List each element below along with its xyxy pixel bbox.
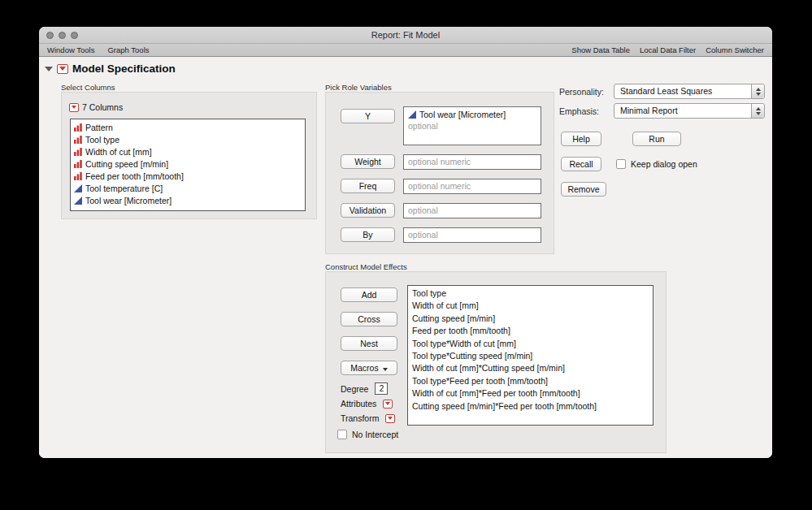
column-list-item[interactable]: Cutting speed [m/min] [71,158,305,170]
column-name: Pattern [85,123,113,132]
column-name: Tool type [85,135,119,145]
red-triangle-icon [59,67,66,71]
graph-tools-menu[interactable]: Graph Tools [107,44,149,56]
cross-button[interactable]: Cross [341,312,397,326]
effect-list-item[interactable]: Width of cut [mm]*Feed per tooth [mm/too… [408,387,653,400]
zoom-window-button[interactable] [71,32,78,39]
effect-list-item[interactable]: Cutting speed [m/min] [408,313,653,325]
continuous-icon [74,197,82,205]
run-button[interactable]: Run [632,132,681,146]
column-list-item[interactable]: Pattern [71,121,305,133]
toolbar-left: Window Tools Graph Tools [47,44,150,56]
effect-list-item[interactable]: Feed per tooth [mm/tooth] [408,325,653,337]
attributes-label: Attributes [341,399,376,408]
column-name: Feed per tooth [mm/tooth] [85,171,184,181]
remove-button[interactable]: Remove [561,182,606,197]
nominal-icon [74,123,82,132]
y-role-button[interactable]: Y [341,109,395,123]
validation-role-button[interactable]: Validation [341,203,395,218]
columns-menu-button[interactable] [69,103,79,112]
stepper-icon[interactable] [751,84,764,98]
continuous-icon [74,184,82,192]
degree-row: Degree 2 [341,382,388,395]
stepper-icon[interactable] [751,104,764,118]
column-name: Width of cut [mm] [85,147,152,157]
emphasis-value: Minimal Report [620,104,678,118]
macros-button[interactable]: Macros [341,361,397,375]
columns-count-row: 7 Columns [69,102,123,112]
effect-list-item[interactable]: Tool type*Cutting speed [m/min] [408,350,653,362]
effect-list-item[interactable]: Tool type*Feed per tooth [mm/tooth] [408,375,653,387]
validation-role-box[interactable]: optional [403,203,541,218]
degree-value-box[interactable]: 2 [375,382,388,395]
disclosure-triangle-icon[interactable] [45,67,53,71]
personality-dropdown[interactable]: Standard Least Squares [614,84,765,99]
effect-list-item[interactable]: Width of cut [mm] [408,300,653,312]
window-tools-menu[interactable]: Window Tools [47,44,94,56]
by-role-box[interactable]: optional [403,227,541,243]
no-intercept-label: No Intercept [352,430,398,439]
columns-listbox: Pattern Tool type Width of cut [mm] Cutt… [70,119,306,211]
chevron-down-icon [383,368,388,371]
effect-list-item[interactable]: Width of cut [mm]*Cutting speed [m/min] [408,362,653,374]
nominal-icon [74,148,82,156]
validation-placeholder: optional [404,204,541,218]
personality-value: Standard Least Squares [620,84,712,98]
y-optional-hint: optional [404,119,541,131]
transform-menu-button[interactable] [385,414,395,423]
nest-button[interactable]: Nest [341,336,397,351]
effect-list-item[interactable]: Tool type*Width of cut [mm] [408,338,653,350]
effects-listbox: Tool type Width of cut [mm] Cutting spee… [407,285,654,426]
by-role-button[interactable]: By [341,227,395,242]
freq-placeholder: optional numeric [404,179,541,193]
column-list-item[interactable]: Width of cut [mm] [71,145,305,158]
columns-count-label: 7 Columns [82,102,123,112]
add-button[interactable]: Add [341,287,397,302]
column-switcher-button[interactable]: Column Switcher [706,44,764,56]
column-list-item[interactable]: Tool type [71,133,305,145]
emphasis-dropdown[interactable]: Minimal Report [614,103,765,119]
pick-roles-panel: Y Tool wear [Micrometer] optional Weight… [325,92,554,254]
column-list-item[interactable]: Tool wear [Micrometer] [71,194,305,206]
personality-label: Personality: [559,87,604,97]
close-window-button[interactable] [46,32,54,39]
page-title: Model Specification [72,63,176,75]
transform-row: Transform [341,413,395,423]
weight-role-button[interactable]: Weight [341,154,395,169]
nominal-icon [74,136,82,144]
local-data-filter-button[interactable]: Local Data Filter [640,44,696,56]
column-list-item[interactable]: Tool temperature [C] [71,182,305,194]
minimize-window-button[interactable] [59,32,66,39]
column-name: Tool wear [Micrometer] [85,196,172,205]
column-name: Tool temperature [C] [85,184,163,193]
model-spec-menu-button[interactable] [57,64,68,74]
weight-placeholder: optional numeric [404,155,541,169]
show-data-table-button[interactable]: Show Data Table [571,44,630,56]
attributes-row: Attributes [341,399,393,408]
window-controls [46,32,78,39]
report-content: Model Specification Select Columns 7 Col… [39,58,772,458]
column-list-item[interactable]: Feed per tooth [mm/tooth] [71,170,305,182]
no-intercept-checkbox[interactable] [337,430,347,439]
help-button[interactable]: Help [561,132,601,146]
toolbar-right: Show Data Table Local Data Filter Column… [571,44,764,56]
freq-role-box[interactable]: optional numeric [403,179,541,194]
freq-role-button[interactable]: Freq [341,179,395,193]
pick-roles-label: Pick Role Variables [325,83,392,92]
fit-model-window: Report: Fit Model Window Tools Graph Too… [39,27,772,458]
red-triangle-icon [388,417,393,420]
select-columns-panel: 7 Columns Pattern Tool type Width of cut… [61,92,317,219]
emphasis-label: Emphasis: [559,106,599,116]
y-variable-row[interactable]: Tool wear [Micrometer] [404,107,541,119]
recall-button[interactable]: Recall [561,157,601,171]
keep-dialog-open-checkbox[interactable] [616,159,626,169]
effect-list-item[interactable]: Cutting speed [m/min]*Feed per tooth [mm… [408,400,653,413]
attributes-menu-button[interactable] [383,400,393,408]
toolbar: Window Tools Graph Tools Show Data Table… [39,44,772,57]
keep-dialog-open-label: Keep dialog open [631,159,697,169]
y-role-box[interactable]: Tool wear [Micrometer] optional [403,106,541,145]
effect-list-item[interactable]: Tool type [408,287,653,300]
weight-role-box[interactable]: optional numeric [403,154,541,170]
titlebar: Report: Fit Model [39,27,772,44]
window-title: Report: Fit Model [39,27,772,43]
